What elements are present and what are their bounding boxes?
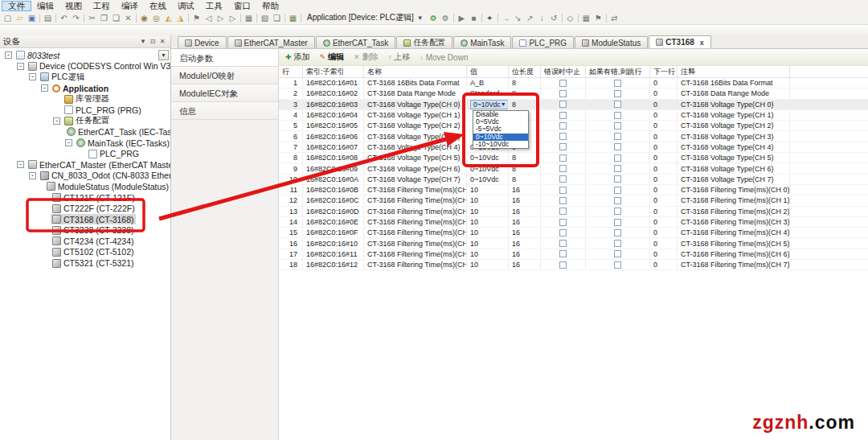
undo-icon[interactable]: ↶	[58, 14, 70, 23]
step-into-icon[interactable]: ↘	[512, 14, 524, 23]
menu-item-4[interactable]: 编译	[116, 1, 144, 11]
start-icon[interactable]: ▶	[456, 14, 468, 23]
tab-任务配置[interactable]: 任务配置	[396, 36, 452, 48]
panel-dropdown-icon[interactable]: ▼	[138, 38, 148, 45]
checkbox-unchecked[interactable]	[559, 208, 567, 215]
table-row[interactable]: 1316#82C0:16#0DCT-3168 Filtering Time(ms…	[279, 207, 868, 217]
tab-EtherCAT_Master[interactable]: EtherCAT_Master	[227, 36, 315, 48]
delete-icon[interactable]: ✕	[122, 14, 134, 23]
checkbox-unchecked[interactable]	[614, 197, 621, 204]
menu-item-9[interactable]: 帮助	[256, 1, 285, 11]
force-values-icon[interactable]: ⇄	[608, 14, 620, 23]
tree-item-PLC_PRG[interactable]: PLC_PRG	[0, 148, 170, 159]
checkbox-unchecked[interactable]	[614, 122, 621, 130]
redo-icon[interactable]: ↷	[70, 14, 82, 23]
tree-expander-icon[interactable]: -	[17, 161, 24, 168]
watch-grid-icon[interactable]: ▦	[580, 14, 592, 23]
nav-item-2[interactable]: ModuleIEC对象	[171, 84, 278, 102]
nav-item-1[interactable]: ModuleI/O映射	[171, 67, 278, 84]
table-row[interactable]: 1516#82C0:16#0FCT-3168 Filtering Time(ms…	[279, 228, 868, 238]
export-icon[interactable]: ❏	[271, 14, 283, 23]
menu-item-6[interactable]: 调试	[172, 1, 200, 11]
tab-CT3168[interactable]: CT3168x	[649, 35, 711, 48]
tree-expander-icon[interactable]: -	[65, 139, 72, 146]
menu-item-5[interactable]: 在线	[144, 1, 172, 11]
tree-item-CN_8033_Odot[interactable]: -CN_8033_Odot (CN-8033 EtherCAT Adapter,…	[0, 171, 170, 182]
checkbox-unchecked[interactable]	[614, 133, 621, 140]
tree-item-库管理器[interactable]: 库管理器	[0, 93, 170, 105]
find-in-project-icon[interactable]: ◭	[162, 14, 174, 23]
bookmark-prev-icon[interactable]: ◁	[203, 14, 215, 23]
checkbox-unchecked[interactable]	[614, 229, 621, 236]
login-icon[interactable]: ⚙	[428, 14, 440, 23]
table-row[interactable]: 416#82C0:16#04CT-3168 Voltage Type(CH 1)…	[279, 110, 868, 121]
param-toolbar-1[interactable]: ✎编辑	[320, 51, 345, 63]
param-toolbar-4[interactable]: ↓Move Down	[420, 53, 468, 62]
tree-expander-icon[interactable]: -	[17, 63, 24, 70]
tree-expander-icon[interactable]: -	[29, 73, 36, 80]
menu-item-3[interactable]: 工程	[88, 1, 116, 11]
nav-item-0[interactable]: 启动参数	[171, 49, 278, 67]
run-to-cursor-icon[interactable]: ↓	[536, 14, 548, 23]
checkbox-unchecked[interactable]	[614, 165, 621, 172]
table-row[interactable]: 916#82C0:16#09CT-3168 Voltage Type(CH 6)…	[279, 163, 868, 174]
checkbox-unchecked[interactable]	[559, 219, 567, 226]
menu-item-1[interactable]: 编辑	[31, 1, 59, 11]
param-toolbar-2[interactable]: ✕删除	[354, 51, 379, 63]
checkbox-unchecked[interactable]	[614, 80, 621, 87]
flow-control-icon[interactable]: ◇	[564, 14, 576, 23]
table-row[interactable]: 1116#82C0:16#0BCT-3168 Filtering Time(ms…	[279, 185, 868, 195]
table-row[interactable]: 1716#82C0:16#11CT-3168 Filtering Time(ms…	[279, 249, 868, 260]
print-icon[interactable]: ▤	[42, 14, 54, 23]
checkbox-unchecked[interactable]	[559, 250, 567, 257]
save-icon[interactable]: ▣	[26, 14, 38, 23]
table-row[interactable]: 516#82C0:16#05CT-3168 Voltage Type(CH 2)…	[279, 121, 868, 131]
tree-item-8033test[interactable]: -8033test	[0, 50, 170, 61]
tab-EtherCAT_Task[interactable]: EtherCAT_Task	[316, 36, 395, 48]
step-out-icon[interactable]: ↗	[524, 14, 536, 23]
new-file-icon[interactable]: ▢	[2, 14, 14, 23]
tree-item-PLC逻辑[interactable]: -PLC逻辑	[0, 72, 170, 83]
checkbox-unchecked[interactable]	[559, 197, 567, 204]
tree-item-CT3168[interactable]: CT3168 (CT-3168)	[0, 214, 170, 225]
panel-pin-icon[interactable]: ⊡	[148, 38, 158, 45]
checkbox-unchecked[interactable]	[614, 187, 621, 194]
checkbox-unchecked[interactable]	[614, 240, 621, 247]
logout-icon[interactable]: ⚙	[440, 14, 452, 23]
tree-item-MainTask[interactable]: -MainTask (IEC-Tasks)	[0, 138, 170, 149]
reset-icon[interactable]: ↺	[548, 14, 560, 23]
tree-item-CT5102[interactable]: CT5102 (CT-5102)	[0, 247, 170, 258]
param-toolbar-0[interactable]: ✚添加	[285, 51, 310, 63]
tab-ModuleStatus[interactable]: ModuleStatus	[575, 36, 648, 48]
tree-item-EtherCAT_Master[interactable]: -EtherCAT_Master (EtherCAT Master)	[0, 159, 170, 171]
checkbox-unchecked[interactable]	[559, 122, 567, 130]
dropdown-option[interactable]: -10~10Vdc	[473, 141, 528, 148]
table-row[interactable]: 716#82C0:16#07CT-3168 Voltage Type(CH 4)…	[279, 142, 868, 153]
table-row[interactable]: 116#82C0:16#01CT-3168 16Bits Data Format…	[279, 78, 868, 88]
replace-in-project-icon[interactable]: ◮	[174, 14, 186, 23]
tree-expander-icon[interactable]: -	[53, 117, 60, 125]
open-project-icon[interactable]: ▱	[14, 14, 26, 23]
tree-item-ModuleStatus[interactable]: ModuleStatus (ModuleStatus)	[0, 181, 170, 192]
tree-filter-dropdown[interactable]: ▼	[158, 50, 169, 60]
tab-Device[interactable]: Device	[178, 36, 227, 48]
table-row[interactable]: 216#82C0:16#02CT-3168 Data Range ModeSta…	[279, 88, 868, 99]
table-row[interactable]: 1816#82C0:16#12CT-3168 Filtering Time(ms…	[279, 260, 868, 270]
checkbox-unchecked[interactable]	[614, 250, 621, 257]
checkbox-unchecked[interactable]	[559, 229, 567, 236]
voltage-type-dropdown-list[interactable]: Disable0~5Vdc-5~5Vdc0~10Vdc-10~10Vdc	[473, 110, 529, 149]
checkbox-unchecked[interactable]	[559, 175, 567, 183]
tab-close-icon[interactable]: x	[700, 39, 704, 47]
tree-expander-icon[interactable]: -	[41, 84, 48, 92]
table-row[interactable]: 316#82C0:16#03CT-3168 Voltage Type(CH 0)…	[279, 100, 868, 110]
checkbox-unchecked[interactable]	[559, 165, 567, 172]
tree-item-任务配置[interactable]: -任务配置	[0, 116, 170, 127]
checkbox-unchecked[interactable]	[559, 112, 567, 119]
checkbox-unchecked[interactable]	[614, 219, 621, 226]
calendar-icon[interactable]: ▦	[287, 14, 299, 23]
tree-expander-icon[interactable]: -	[5, 51, 12, 59]
copy-icon[interactable]: ❐	[98, 14, 110, 23]
tab-MainTask[interactable]: MainTask	[453, 36, 511, 48]
checkbox-unchecked[interactable]	[559, 101, 567, 108]
checkbox-unchecked[interactable]	[614, 112, 621, 119]
